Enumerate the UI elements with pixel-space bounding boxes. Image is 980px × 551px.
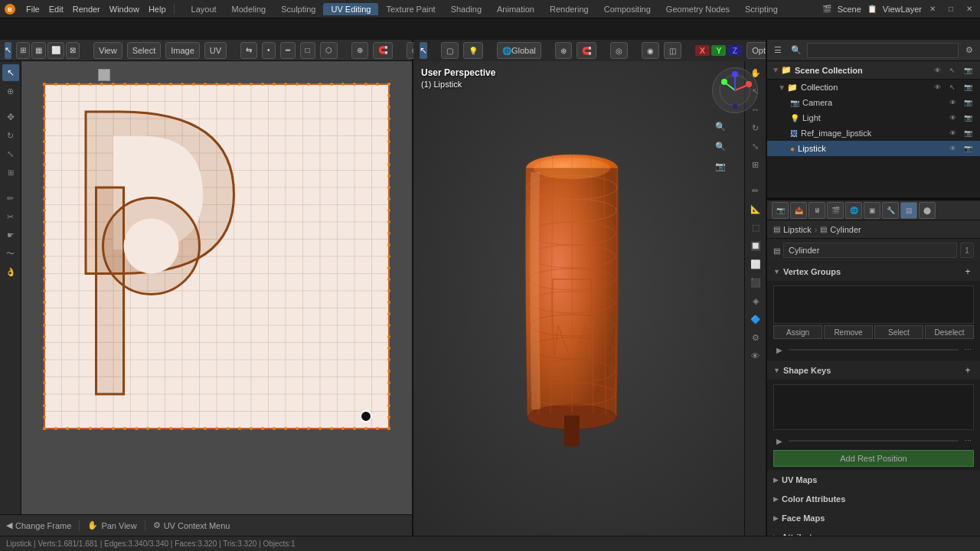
tab-shading[interactable]: Shading [443,3,489,15]
uv-relax-tool[interactable]: 〜 [2,245,19,262]
tab-uv-editing[interactable]: UV Editing [323,3,378,15]
uv-vertex-mode[interactable]: • [262,42,276,59]
uv-scale-tool[interactable]: ⤡ [2,145,19,162]
attributes-header[interactable]: ▶ Attributes [767,528,980,536]
sk-more-btn[interactable]: ⋯ [962,435,974,447]
uv-rotate-tool[interactable]: ↻ [2,127,19,144]
tab-sculpting[interactable]: Sculpting [273,3,323,15]
tab-animation[interactable]: Animation [489,3,542,15]
sc-vis-btn[interactable]: 👁 [931,64,943,77]
nav-gizmo[interactable] [712,67,758,113]
scene-selector[interactable]: 🎬 [819,2,835,17]
sk-add-btn[interactable]: + [962,364,974,377]
vp-overlay-btn[interactable]: ◉ [642,42,659,59]
viewport-pointer-btn[interactable]: ↖ [420,42,427,59]
close-btn[interactable]: ✕ [962,2,977,17]
cam-vis-btn[interactable]: 👁 [946,96,959,109]
viewport-rt-btn10[interactable]: 🔲 [747,237,764,254]
uv-face-mode[interactable]: □ [300,42,315,59]
zoom-in-btn[interactable]: 🔍 [712,118,729,135]
uv-view-menu[interactable]: View [93,42,122,59]
uv-context-menu-btn[interactable]: ⚙ UV Context Menu [153,520,230,530]
ref-vis-btn[interactable]: 👁 [946,127,959,139]
xyz-y-btn[interactable]: Y [711,45,726,56]
view-layer-selector[interactable]: 📋 [864,2,880,17]
viewport-rt-btn16[interactable]: 👁 [747,347,764,364]
tab-rendering[interactable]: Rendering [542,3,596,15]
menu-help[interactable]: Help [144,3,171,15]
lip-vis-btn[interactable]: 👁 [946,142,959,155]
uv-sync-btn[interactable]: ⇆ [240,42,257,59]
face-maps-header[interactable]: ▶ Face Maps [767,509,980,527]
outliner-collection-row[interactable]: ▶ 📁 Collection 👁 ↖ 📷 [767,80,980,95]
vg-remove-btn[interactable]: Remove [824,325,873,339]
vg-more-btn[interactable]: ⋯ [962,344,974,356]
vertex-groups-header[interactable]: ▼ Vertex Groups + [767,262,980,281]
prop-tab-view[interactable]: 🖥 [808,202,825,219]
ref-render-btn[interactable]: 📷 [962,127,974,139]
prop-tab-modifier[interactable]: 🔧 [882,202,899,219]
rp-search-input[interactable] [811,46,955,55]
viewport-rt-btn7[interactable]: ✏ [747,182,764,199]
viewport-rt-btn14[interactable]: 🔷 [747,311,764,328]
window-btn[interactable]: □ [943,2,959,17]
vg-play-btn[interactable]: ▶ [773,344,786,356]
vp-snap-btn[interactable]: 🧲 [577,42,596,59]
viewport-rt-btn13[interactable]: ◈ [747,292,764,309]
prop-tab-scene[interactable]: 🎬 [827,202,844,219]
prop-tab-world[interactable]: 🌐 [845,202,862,219]
uv-annotate-tool[interactable]: ✏ [2,190,19,207]
outliner-ref-image-item[interactable]: 🖼 Ref_image_lipstick 👁 📷 [767,126,980,141]
uv-edge-mode[interactable]: ━ [280,42,296,59]
vp-global-btn[interactable]: 🌐 Global [497,42,541,59]
color-attrs-header[interactable]: ▶ Color Attributes [767,490,980,508]
vp-shading-btn[interactable]: 💡 [463,42,483,59]
vp-proportional-btn[interactable]: ◎ [610,42,628,59]
vp-transform-btn[interactable]: ⊕ [555,42,572,59]
uv-select-tool[interactable]: ↖ [2,64,19,81]
change-frame-btn[interactable]: ◀ Change Frame [6,520,71,530]
menu-render[interactable]: Render [68,3,105,15]
uv-image-menu[interactable]: Image [165,42,200,59]
uv-pinch-tool[interactable]: 👌 [2,263,19,280]
uv-cursor-tool[interactable]: ⊕ [2,83,19,99]
shape-keys-header[interactable]: ▼ Shape Keys + [767,361,980,380]
prop-tab-data[interactable]: ▤ [900,202,917,219]
tab-compositing[interactable]: Compositing [596,3,658,15]
vp-xray-btn[interactable]: ◫ [664,42,681,59]
add-rest-position-btn[interactable]: Add Rest Position [773,450,974,467]
tab-geometry-nodes[interactable]: Geometry Nodes [658,3,737,15]
scene-expand-arrow[interactable]: ▶ [773,68,779,73]
col-select-btn[interactable]: ↖ [946,81,959,93]
tab-scripting[interactable]: Scripting [737,3,786,15]
uv-select-menu[interactable]: Select [127,42,162,59]
uv-rip-tool[interactable]: ✂ [2,208,19,225]
rp-filter-btn[interactable]: ☰ [770,43,786,58]
col-render-btn[interactable]: 📷 [962,81,974,93]
mesh-name-display[interactable]: Cylinder [783,243,957,258]
light-render-btn[interactable]: 📷 [962,112,974,124]
uv-pointer-tool[interactable]: ↖ [5,42,11,59]
zoom-out-btn[interactable]: 🔍 [712,138,729,155]
vg-assign-btn[interactable]: Assign [773,325,822,339]
viewport-rt-btn12[interactable]: ⬛ [747,274,764,291]
uv-handle[interactable] [98,69,110,81]
vg-add-btn[interactable]: + [962,266,974,278]
light-vis-btn[interactable]: 👁 [946,112,959,124]
outliner-light-item[interactable]: 💡 Light 👁 📷 [767,110,980,126]
fullscreen-btn[interactable]: ✕ [925,2,940,17]
outliner-lipstick-item[interactable]: ● Lipstick 👁 📷 [767,141,980,156]
sc-render-btn[interactable]: 📷 [962,64,974,77]
sk-play-btn[interactable]: ▶ [773,435,786,447]
uv-canvas[interactable] [21,61,412,514]
collection-expand[interactable]: ▶ [779,85,786,90]
tab-texture-paint[interactable]: Texture Paint [378,3,443,15]
prop-tab-material[interactable]: ⬤ [919,202,936,219]
outliner-camera-item[interactable]: 📷 Camera 👁 📷 [767,95,980,110]
viewport-3d[interactable]: ↖ ▢ 💡 🌐 Global ⊕ 🧲 ◎ ◉ ◫ X Y Z Options [413,40,766,536]
tab-layout[interactable]: Layout [184,3,224,15]
uv-grab-tool[interactable]: ☛ [2,227,19,243]
lip-render-btn[interactable]: 📷 [962,142,974,155]
uv-island-mode[interactable]: ⬡ [320,42,338,59]
pan-view-btn[interactable]: ✋ Pan View [87,520,136,530]
